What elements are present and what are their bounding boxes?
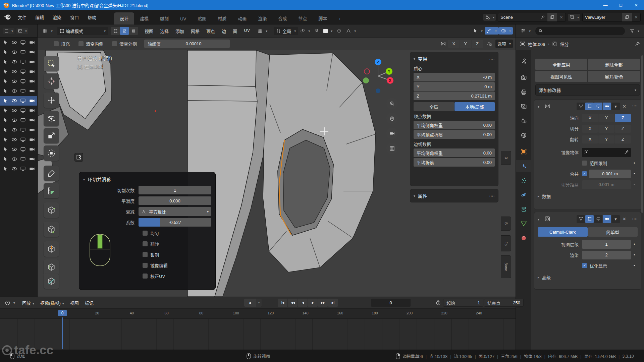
workspace-tab[interactable]: 节点 [292, 12, 313, 24]
viewport-disable-toggle-icon[interactable] [20, 127, 26, 133]
selectable-toggle-icon[interactable] [2, 78, 8, 84]
workspace-tab[interactable]: 雕刻 [154, 12, 174, 24]
pan-hand-button[interactable] [386, 113, 398, 124]
transport-button[interactable]: ◀◀ [288, 299, 298, 307]
tab-particles[interactable] [516, 174, 531, 186]
render-disable-toggle-icon[interactable] [29, 117, 35, 123]
viewlayer-remove-button[interactable]: ✕ [632, 13, 640, 21]
topbar-menu[interactable]: 文件 [13, 12, 31, 22]
viewport-disable-toggle-icon[interactable] [20, 156, 26, 162]
visibility-dropdown[interactable] [471, 27, 485, 35]
bisect-axis-button[interactable]: Z [615, 125, 631, 133]
checkbox-box[interactable] [143, 241, 148, 246]
tool-setting-checkbox[interactable]: 清空外侧 [112, 41, 137, 47]
workspace-tab[interactable]: 脚本 [313, 12, 333, 24]
selectable-toggle-icon[interactable] [2, 88, 8, 94]
hide-eye-toggle-icon[interactable] [11, 156, 17, 162]
playhead-line[interactable] [62, 317, 63, 349]
pin-icon[interactable] [635, 41, 640, 47]
scene-name[interactable]: Scene [498, 13, 538, 21]
operator-panel[interactable]: 环切并滑移 切割次数 1 平滑度 0.000 衰减 平方反比 ▾ 系数 [79, 172, 216, 290]
bisect-distance-field[interactable]: 0.001 m [582, 180, 631, 189]
workspace-tab[interactable]: 建模 [134, 12, 154, 24]
tool-setting-checkbox[interactable]: 填充 [54, 41, 70, 47]
merge-checkbox[interactable] [582, 171, 587, 176]
render-toggle-icon[interactable] [603, 215, 611, 223]
timeline-menu[interactable]: 标记 [82, 298, 97, 307]
symmetry-axis-button[interactable]: X [448, 40, 460, 48]
cuts-field[interactable]: 1 [139, 186, 211, 194]
modifier-extras-dropdown[interactable]: ▾ [611, 215, 620, 223]
render-disable-toggle-icon[interactable] [29, 166, 35, 172]
hide-eye-toggle-icon[interactable] [11, 98, 17, 104]
checkbox-box[interactable] [143, 263, 148, 268]
tab-world[interactable] [516, 129, 531, 141]
smoothness-field[interactable]: 0.000 [139, 196, 211, 205]
tab-material[interactable] [516, 232, 531, 244]
selectable-toggle-icon[interactable] [2, 166, 8, 172]
scene-unlink-button[interactable]: ✕ [557, 13, 566, 21]
hide-eye-toggle-icon[interactable] [11, 136, 17, 143]
navigation-gizmo[interactable]: Z Y X [356, 56, 400, 98]
gizmos-dropdown[interactable] [485, 27, 499, 35]
sidebar-tab-3[interactable]: Fo [501, 235, 511, 251]
properties-search-input[interactable] [535, 27, 625, 35]
modifier-action-button[interactable]: 展开/折叠 [588, 71, 640, 82]
rotate-tool[interactable] [44, 111, 59, 126]
current-frame-field[interactable]: 0 [371, 299, 411, 307]
viewport-canvas[interactable]: 用户透视 (局部) (0) 柱体.006 环切并滑移 切割次数 1 平滑度 [38, 50, 516, 297]
space-toggle-button[interactable]: 本地/局部 [454, 102, 495, 111]
transform-tool[interactable] [44, 145, 59, 161]
render-disable-toggle-icon[interactable] [29, 136, 35, 143]
transport-button[interactable]: |◀ [278, 299, 287, 307]
viewport-levels-field[interactable]: 1 [582, 240, 631, 249]
measure-tool[interactable] [44, 183, 59, 198]
workspace-tab[interactable]: 动画 [232, 12, 252, 24]
tab-scene[interactable] [516, 115, 531, 127]
modifier-action-button[interactable]: 全部应用 [535, 59, 587, 70]
mirror-axis-button[interactable]: X [582, 114, 598, 122]
properties-editor-type-button[interactable] [519, 27, 533, 35]
workspace-tab[interactable]: + [333, 14, 347, 24]
transform-dropdown[interactable] [255, 27, 269, 35]
outliner-row[interactable] [0, 135, 37, 144]
symmetry-axis-button[interactable]: Y [460, 40, 471, 48]
symmetry-axis-button[interactable]: Z [472, 40, 483, 48]
operator-panel-title[interactable]: 环切并滑移 [83, 175, 211, 184]
modifier-action-button[interactable]: 删除全部 [588, 59, 640, 70]
outliner-row[interactable] [0, 164, 37, 174]
extrude-region-tool[interactable] [44, 202, 59, 218]
frame-range-clock-icon[interactable] [435, 300, 441, 306]
tab-view-layer[interactable] [516, 100, 531, 112]
panel-grip[interactable]: ∷∷ [489, 194, 495, 198]
tab-output[interactable] [516, 86, 531, 98]
space-toggle-button[interactable]: 全局 [414, 102, 454, 111]
mirror-axis-button[interactable]: Y [598, 114, 614, 122]
viewport-disable-toggle-icon[interactable] [20, 49, 26, 55]
edge-data-field[interactable]: 平均折痕0.00 [414, 158, 495, 167]
topbar-menu[interactable]: 窗口 [66, 12, 83, 22]
mesh-symmetry-icon[interactable] [438, 40, 448, 48]
viewport-menu[interactable]: 选择 [157, 26, 172, 36]
workspace-tab[interactable]: 材质 [212, 12, 232, 24]
properties-scrollbar[interactable] [641, 55, 643, 213]
keying-dropdown[interactable]: ▾ [256, 299, 262, 307]
clipping-checkbox[interactable] [582, 161, 587, 166]
close-button[interactable]: ✕ [629, 0, 644, 10]
timeline-tracks[interactable] [0, 319, 516, 350]
median-axis-field[interactable]: X-0 m [414, 73, 495, 81]
tab-physics[interactable] [516, 189, 531, 201]
timeline-menu[interactable]: 视图 [67, 298, 82, 307]
frame-start-field[interactable]: 起始1 [443, 299, 483, 307]
viewport-disable-toggle-icon[interactable] [20, 78, 26, 84]
hide-eye-toggle-icon[interactable] [11, 127, 17, 133]
mode-dropdown[interactable]: 编辑模式 [57, 27, 108, 35]
median-axis-field[interactable]: Z0.27131 m [414, 92, 495, 100]
cursor-tool[interactable] [44, 73, 59, 89]
timeline-editor-type-button[interactable] [3, 299, 17, 307]
viewport-disable-toggle-icon[interactable] [20, 88, 26, 94]
scene-selector[interactable]: Scene ✕ [498, 13, 566, 22]
modifier-action-button[interactable]: 视图可见性 [535, 71, 587, 82]
hide-eye-toggle-icon[interactable] [11, 107, 17, 114]
outliner-row[interactable] [0, 86, 37, 96]
